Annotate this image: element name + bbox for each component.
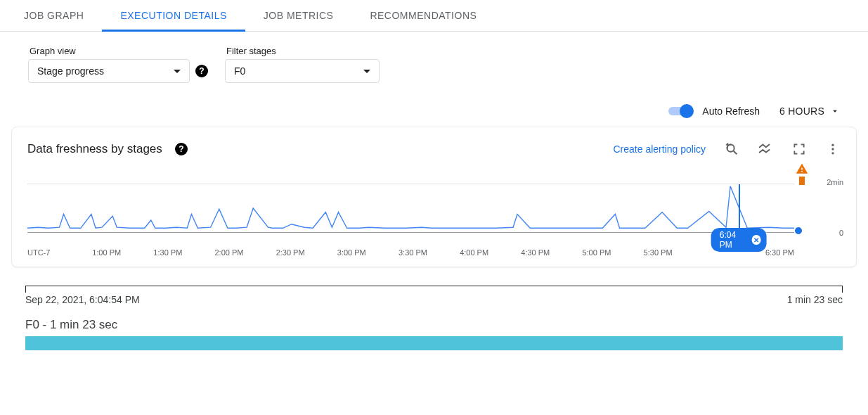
stage-progress-bar xyxy=(25,336,843,350)
filter-stages-label: Filter stages xyxy=(226,46,380,56)
time-range-value: 6 HOURS xyxy=(779,106,824,117)
help-icon[interactable]: ? xyxy=(175,143,188,155)
svg-point-2 xyxy=(831,144,834,146)
reset-zoom-icon[interactable] xyxy=(724,141,739,157)
tab-bar: JOB GRAPH EXECUTION DETAILS JOB METRICS … xyxy=(0,0,868,32)
selected-timestamp: Sep 22, 2021, 6:04:54 PM xyxy=(25,294,140,305)
time-chip[interactable]: 6:04 PM✕ xyxy=(711,228,767,252)
svg-line-1 xyxy=(734,151,737,155)
toolbar-row: Auto Refresh 6 HOURS xyxy=(0,83,868,122)
chart-area[interactable]: 2min 0 6:04 PM✕ xyxy=(20,162,848,247)
chart-title: Data freshness by stages xyxy=(27,142,162,156)
help-icon[interactable]: ? xyxy=(195,65,208,77)
graph-view-control: Graph view Stage progress ? xyxy=(28,46,208,83)
tab-execution-details[interactable]: EXECUTION DETAILS xyxy=(102,0,245,32)
filter-stages-select[interactable]: F0 xyxy=(225,59,380,83)
graph-view-label: Graph view xyxy=(30,46,208,56)
stage-detail: Sep 22, 2021, 6:04:54 PM 1 min 23 sec F0… xyxy=(25,286,843,350)
selected-duration: 1 min 23 sec xyxy=(787,294,843,305)
tab-job-graph[interactable]: JOB GRAPH xyxy=(6,0,102,31)
filter-stages-control: Filter stages F0 xyxy=(225,46,380,83)
x-timezone: UTC-7 xyxy=(27,248,60,257)
y-axis-max: 2min xyxy=(827,178,843,186)
chevron-down-icon xyxy=(363,70,370,73)
filter-stages-value: F0 xyxy=(234,65,245,77)
auto-refresh-toggle[interactable]: Auto Refresh xyxy=(668,104,760,118)
fullscreen-icon[interactable] xyxy=(791,141,807,157)
graph-view-select[interactable]: Stage progress xyxy=(28,59,190,83)
freshness-card: Data freshness by stages ? Create alerti… xyxy=(11,127,857,267)
tab-recommendations[interactable]: RECOMMENDATIONS xyxy=(351,0,495,31)
graph-view-value: Stage progress xyxy=(37,65,104,77)
svg-point-4 xyxy=(831,152,834,154)
more-icon[interactable] xyxy=(825,141,841,157)
chevron-down-icon xyxy=(174,70,181,73)
close-icon[interactable]: ✕ xyxy=(752,235,761,245)
warning-icon[interactable] xyxy=(796,162,808,177)
warning-marker xyxy=(799,177,805,185)
svg-point-3 xyxy=(831,148,834,150)
y-axis-min: 0 xyxy=(839,229,843,237)
legend-icon[interactable] xyxy=(758,141,773,157)
tab-job-metrics[interactable]: JOB METRICS xyxy=(245,0,352,31)
auto-refresh-label: Auto Refresh xyxy=(702,106,760,117)
controls-row: Graph view Stage progress ? Filter stage… xyxy=(0,32,868,83)
chevron-down-icon xyxy=(830,106,840,116)
stage-label: F0 - 1 min 23 sec xyxy=(25,318,843,332)
time-range-select[interactable]: 6 HOURS xyxy=(779,106,840,117)
create-alert-link[interactable]: Create alerting policy xyxy=(613,143,706,155)
